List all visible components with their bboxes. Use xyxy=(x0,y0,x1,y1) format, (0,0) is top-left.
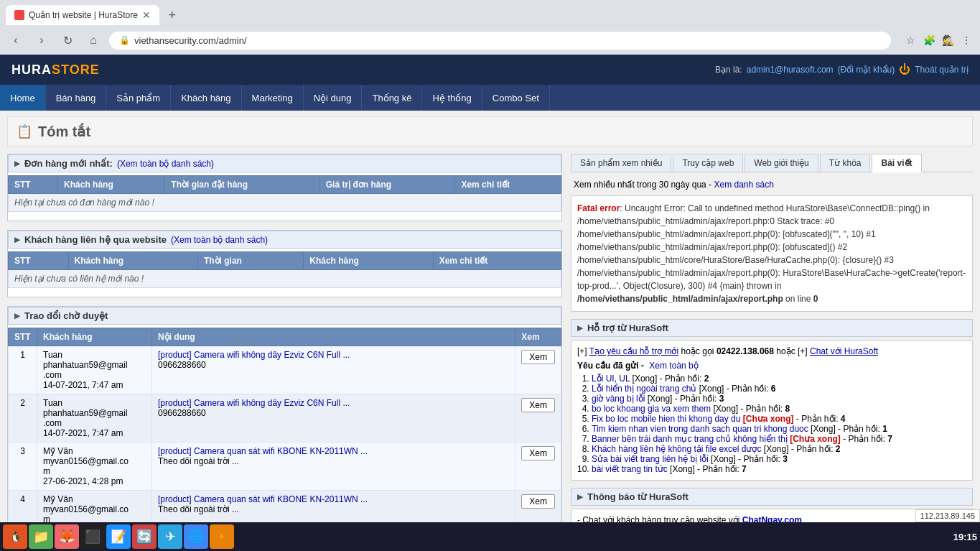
nav-combo-set[interactable]: Combo Set xyxy=(482,85,550,111)
nav-thong-ke[interactable]: Thống kê xyxy=(362,85,422,111)
taskbar-ubuntu-icon[interactable]: 🐧 xyxy=(3,524,27,549)
right-tabs: Sản phẩm xem nhiều Truy cập web Web giới… xyxy=(571,154,973,172)
customer-date: 14-07-2021, 7:47 am xyxy=(43,428,146,438)
taskbar-chrome-icon[interactable]: 🌐 xyxy=(184,524,208,549)
row-view-cell: Xem xyxy=(515,346,561,394)
item-link[interactable]: bo loc khoang gia va xem them xyxy=(592,404,711,414)
item-link[interactable]: Lỗi UI, UL xyxy=(592,374,630,384)
item-link[interactable]: Khách hàng liên hệ không tải file excel … xyxy=(592,444,761,454)
orders-table: STT Khách hàng Thời gian đặt hàng Giá tr… xyxy=(8,175,561,212)
user-email-link[interactable]: admin1@hurasoft.com xyxy=(747,65,834,75)
orders-header[interactable]: ▶ Đơn hàng mới nhất: (Xem toàn bộ danh s… xyxy=(8,154,561,172)
nav-he-thong[interactable]: Hệ thống xyxy=(422,85,482,111)
contacts-view-all-link[interactable]: (Xem toàn bộ danh sách) xyxy=(171,235,268,245)
item-link[interactable]: Fix bo loc mobile hien thi khong day du xyxy=(592,414,740,424)
view-button[interactable]: Xem xyxy=(521,398,555,412)
taskbar-firefox-icon[interactable]: 🦊 xyxy=(55,524,79,549)
list-item: bài viết trang tin tức [Xong] - Phản hồi… xyxy=(592,464,966,474)
taskbar-telegram-icon[interactable]: ✈ xyxy=(158,524,182,549)
content-extra: 0966288660 xyxy=(158,360,206,370)
item-link[interactable]: giờ vàng bị lỗi xyxy=(592,394,645,404)
view-list-link[interactable]: Xem danh sách xyxy=(714,180,773,190)
taskbar-files-icon[interactable]: 📁 xyxy=(29,524,53,549)
nav-san-pham[interactable]: Sản phẩm xyxy=(106,85,171,111)
taskbar-vscode-icon[interactable]: 📝 xyxy=(106,524,131,549)
user-label: Bạn là: xyxy=(715,65,742,75)
content-link[interactable]: [product] Camera wifi không dây Ezviz C6… xyxy=(158,350,350,360)
browser-tab[interactable]: Quản trị website | HuraStore ✕ xyxy=(6,5,159,25)
taskbar-sys-info: 19:15 xyxy=(953,532,977,542)
item-link[interactable]: Lỗi hiển thị ngoài trang chủ xyxy=(592,384,696,394)
content-link[interactable]: [product] Camera wifi không dây Ezviz C6… xyxy=(158,398,350,408)
item-link[interactable]: Tim kiem nhan vien trong danh sach quan … xyxy=(592,424,808,434)
col-order-value: Giá trị đơn hàng xyxy=(319,176,455,194)
support-or: hoặc xyxy=(776,346,798,356)
orders-empty-msg: Hiện tại chưa có đơn hàng mới nào ! xyxy=(9,194,561,212)
bookmark-icon[interactable]: ☆ xyxy=(902,32,918,48)
content-link[interactable]: [product] Camera quan sát wifi KBONE KN-… xyxy=(158,446,368,456)
item-link[interactable]: Sửa bài viết trang liên hệ bị lỗi xyxy=(592,454,709,464)
nav-marketing[interactable]: Marketing xyxy=(242,85,304,111)
new-request-link[interactable]: Tạo yêu cầu hỗ trợ mới xyxy=(589,346,678,356)
extensions-icon[interactable]: 🧩 xyxy=(921,32,937,48)
home-button[interactable]: ⌂ xyxy=(83,30,103,50)
contacts-header[interactable]: ▶ Khách hàng liên hệ qua website (Xem to… xyxy=(8,231,561,249)
table-row: 2 Tuan phanhatuan59@gmail.com 14-07-2021… xyxy=(9,394,561,443)
list-item: Lỗi UI, UL [Xong] - Phản hồi: 2 xyxy=(592,374,966,384)
taskbar-terminal-icon[interactable]: ⬛ xyxy=(80,524,105,549)
tab-close-button[interactable]: ✕ xyxy=(142,9,151,21)
item-link[interactable]: Banner bên trái danh mục trang chủ không… xyxy=(592,434,788,444)
view-button[interactable]: Xem xyxy=(521,350,555,364)
contacts-arrow-icon: ▶ xyxy=(14,236,20,244)
item-link[interactable]: bài viết trang tin tức xyxy=(592,464,668,474)
nav-home[interactable]: Home xyxy=(0,85,46,111)
tab-tu-khoa[interactable]: Từ khóa xyxy=(820,154,871,172)
incognito-icon[interactable]: 🕵 xyxy=(940,32,956,48)
tab-web-gioi-thieu[interactable]: Web giới thiệu xyxy=(745,154,818,172)
list-item: giờ vàng bị lỗi [Xong] - Phản hồi: 3 xyxy=(592,394,966,404)
list-item: Sửa bài viết trang liên hệ bị lỗi [Xong]… xyxy=(592,454,966,464)
orders-section: ▶ Đơn hàng mới nhất: (Xem toàn bộ danh s… xyxy=(7,154,562,221)
address-bar[interactable]: 🔒 viethansecurity.com/admin/ xyxy=(109,32,891,50)
tab-bai-viet[interactable]: Bài viết xyxy=(872,154,921,172)
support-title: Hỗ trợ từ HuraSoft xyxy=(587,323,668,333)
col-view-detail: Xem chi tiết xyxy=(455,176,561,194)
support-box: [+] Tạo yêu cầu hỗ trợ mới hoặc gọi 0242… xyxy=(571,340,973,481)
back-button[interactable]: ‹ xyxy=(6,30,26,50)
logo-store: STORE xyxy=(52,62,100,77)
chat-link[interactable]: Chat với HuraSoft xyxy=(810,346,878,356)
tab-truy-cap-web[interactable]: Truy cập web xyxy=(673,154,743,172)
comments-title: Trao đổi chờ duyệt xyxy=(24,310,108,321)
comments-header[interactable]: ▶ Trao đổi chờ duyệt xyxy=(8,307,561,325)
contacts-title: Khách hàng liên hệ qua website xyxy=(24,234,167,245)
nav-khach-hang[interactable]: Khách hàng xyxy=(171,85,241,111)
view-button[interactable]: Xem xyxy=(521,494,555,509)
nav-ban-hang[interactable]: Bán hàng xyxy=(46,85,107,111)
menu-icon[interactable]: ⋮ xyxy=(958,32,974,48)
orders-empty-row: Hiện tại chưa có đơn hàng mới nào ! xyxy=(9,194,561,212)
refresh-button[interactable]: ↻ xyxy=(57,30,78,50)
customer-date: 27-06-2021, 4:28 pm xyxy=(43,476,146,486)
taskbar-sublime-icon[interactable]: 🔸 xyxy=(210,524,234,549)
support-header[interactable]: ▶ Hỗ trợ từ HuraSoft xyxy=(571,319,973,337)
content-link[interactable]: [product] Camera quan sát wifi KBONE KN-… xyxy=(158,494,368,504)
taskbar-filezilla-icon[interactable]: 🔄 xyxy=(132,524,157,549)
content-extra: Theo dõi ngoài trời ... xyxy=(158,504,239,514)
error-key: Fatal error xyxy=(577,203,620,213)
notif-header[interactable]: ▶ Thông báo từ HuraSoft xyxy=(571,488,973,506)
sent-view-all-link[interactable]: Xem toàn bộ xyxy=(649,361,698,371)
row-view-cell: Xem xyxy=(515,443,561,491)
tab-san-pham-xem-nhieu[interactable]: Sản phẩm xem nhiều xyxy=(571,154,671,172)
content-extra: 0966288660 xyxy=(158,408,206,418)
logout-link[interactable]: Thoát quản trị xyxy=(915,65,969,75)
new-tab-button[interactable]: + xyxy=(162,5,182,25)
change-password-link[interactable]: (Đổi mật khẩu) xyxy=(838,65,895,75)
view-button[interactable]: Xem xyxy=(521,446,555,460)
forward-button[interactable]: › xyxy=(32,30,52,50)
nav-noi-dung[interactable]: Nội dung xyxy=(304,85,363,111)
comments-arrow-icon: ▶ xyxy=(14,312,20,320)
orders-view-all-link[interactable]: (Xem toàn bộ danh sách) xyxy=(117,159,214,169)
col-customer: Khách hàng xyxy=(37,328,152,346)
status-red: [Chưa xong] xyxy=(790,434,841,444)
comments-section: ▶ Trao đổi chờ duyệt STT Khách hàng Nội … xyxy=(7,306,562,551)
